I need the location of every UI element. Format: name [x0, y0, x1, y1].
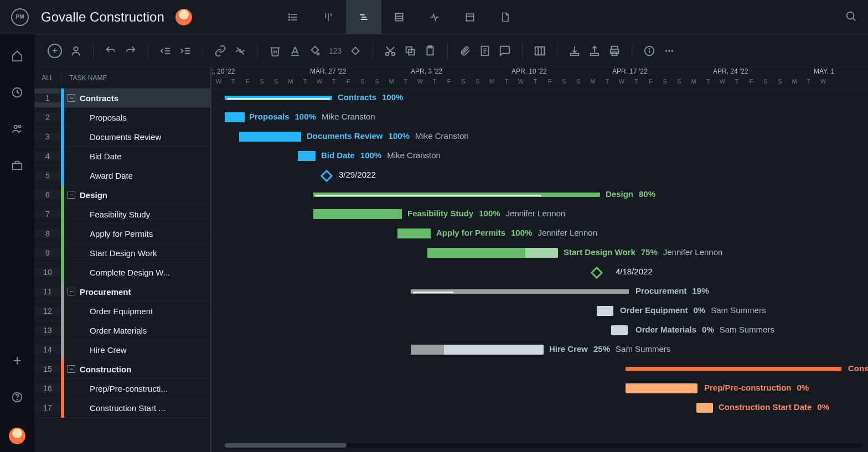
paste-button[interactable]: [424, 45, 436, 57]
sheet-view-tab[interactable]: [381, 0, 417, 34]
task-row[interactable]: 5Award Date: [34, 166, 210, 185]
columns-button[interactable]: [534, 45, 546, 57]
add-icon[interactable]: [11, 355, 23, 367]
board-view-tab[interactable]: [311, 0, 346, 34]
task-row[interactable]: 1−Contracts: [34, 89, 210, 108]
task-bar[interactable]: [313, 209, 402, 219]
assign-button[interactable]: [70, 45, 82, 57]
delete-button[interactable]: [269, 45, 281, 57]
row-number: 8: [34, 229, 61, 238]
add-task-button[interactable]: +: [48, 44, 62, 58]
milestone-marker[interactable]: [321, 170, 333, 183]
task-bar[interactable]: [397, 228, 431, 238]
task-row[interactable]: 15−Construction: [34, 360, 210, 379]
row-number: 16: [34, 384, 61, 393]
task-row[interactable]: 6−Design: [34, 185, 210, 205]
user-avatar[interactable]: [9, 428, 25, 444]
more-button[interactable]: [663, 45, 675, 57]
row-number: 11: [34, 287, 61, 296]
cut-button[interactable]: [384, 45, 396, 57]
task-bar[interactable]: [611, 325, 628, 335]
home-icon[interactable]: [11, 50, 23, 62]
task-bar[interactable]: [239, 132, 301, 142]
collapse-icon[interactable]: −: [68, 94, 75, 102]
gantt-view-tab[interactable]: [346, 0, 381, 34]
milestone-marker[interactable]: [591, 267, 603, 279]
day-label: W: [715, 78, 730, 89]
task-bar[interactable]: [626, 383, 698, 393]
recent-icon[interactable]: [11, 86, 23, 98]
gantt-chart[interactable]: ;, 20 '22 MAR, 27 '22APR, 3 '22APR, 10 '…: [211, 67, 868, 452]
search-button[interactable]: [845, 10, 857, 24]
text-style-button[interactable]: [289, 45, 301, 57]
collapse-icon[interactable]: −: [68, 288, 75, 295]
indent-button[interactable]: [179, 45, 192, 57]
task-row[interactable]: 11−Procurement: [34, 282, 210, 302]
list-view-tab[interactable]: [275, 0, 311, 34]
task-bar[interactable]: [411, 345, 544, 355]
bar-label: Order Equipment 0%Sam Summers: [620, 305, 766, 315]
app-logo[interactable]: PM: [11, 8, 29, 26]
task-bar[interactable]: [696, 403, 713, 413]
task-row[interactable]: 9Start Design Work: [34, 243, 210, 263]
horizontal-scrollbar[interactable]: [225, 443, 862, 448]
team-icon[interactable]: [11, 123, 23, 135]
task-row[interactable]: 14Hire Crew: [34, 340, 210, 360]
summary-bar[interactable]: [411, 289, 629, 294]
bar-label: Order Materials 0%Sam Summers: [636, 325, 774, 334]
import-button[interactable]: [569, 45, 581, 57]
task-bar[interactable]: [597, 306, 613, 316]
project-owner-avatar[interactable]: [175, 9, 192, 25]
task-name: Apply for Permits: [90, 229, 153, 238]
unlink-button[interactable]: [234, 45, 246, 57]
comments-button[interactable]: [499, 45, 511, 57]
summary-bar[interactable]: [626, 367, 841, 371]
summary-bar[interactable]: [225, 96, 332, 100]
notes-button[interactable]: [479, 45, 491, 57]
redo-button[interactable]: [125, 45, 137, 57]
task-row[interactable]: 10Complete Design W...: [34, 263, 210, 282]
collapse-icon[interactable]: −: [68, 191, 75, 199]
gantt-row: Order Materials 0%Sam Summers: [211, 321, 868, 340]
undo-button[interactable]: [105, 45, 117, 57]
activity-view-tab[interactable]: [417, 0, 452, 34]
svg-point-5: [288, 19, 290, 20]
print-button[interactable]: [608, 45, 621, 57]
color-button[interactable]: [309, 45, 321, 57]
svg-rect-54: [591, 53, 599, 55]
day-label: W: [514, 78, 528, 89]
info-button[interactable]: [643, 45, 655, 57]
help-icon[interactable]: [11, 391, 23, 403]
task-row[interactable]: 8Apply for Permits: [34, 224, 210, 243]
task-name: Proposals: [90, 113, 127, 122]
task-bar[interactable]: [427, 248, 558, 258]
task-row[interactable]: 3Documents Review: [34, 127, 210, 147]
milestone-button[interactable]: [349, 45, 361, 57]
task-row[interactable]: 4Bid Date: [34, 147, 210, 166]
outdent-button[interactable]: [159, 45, 172, 57]
calendar-view-tab[interactable]: [452, 0, 488, 34]
export-button[interactable]: [588, 45, 601, 57]
task-bar[interactable]: [225, 112, 245, 122]
column-all[interactable]: ALL: [34, 74, 61, 82]
day-label: T: [701, 78, 715, 89]
file-view-tab[interactable]: [488, 0, 523, 34]
copy-button[interactable]: [404, 45, 416, 57]
portfolio-icon[interactable]: [11, 159, 23, 172]
task-row[interactable]: 12Order Equipment: [34, 302, 210, 321]
task-row[interactable]: 2Proposals: [34, 108, 210, 127]
task-name: Design: [80, 190, 107, 200]
collapse-icon[interactable]: −: [68, 365, 75, 373]
column-task-name[interactable]: TASK NAME: [61, 74, 107, 82]
gantt-row: Apply for Permits 100%Jennifer Lennon: [211, 224, 868, 243]
attachment-button[interactable]: [459, 45, 471, 57]
summary-bar[interactable]: [313, 193, 600, 197]
row-number: 14: [34, 345, 61, 354]
task-row[interactable]: 17Construction Start ...: [34, 398, 210, 418]
day-label: T: [528, 78, 542, 89]
task-row[interactable]: 7Feasibility Study: [34, 205, 210, 224]
task-bar[interactable]: [298, 151, 316, 161]
task-row[interactable]: 16Prep/Pre-constructi...: [34, 379, 210, 398]
task-row[interactable]: 13Order Materials: [34, 321, 210, 340]
link-button[interactable]: [214, 45, 226, 57]
